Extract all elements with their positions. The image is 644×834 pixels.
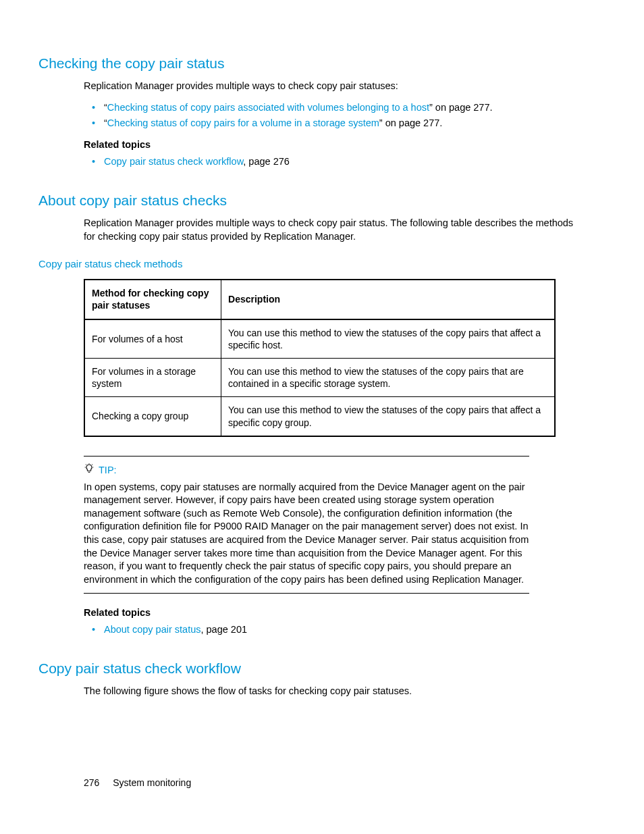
table-caption: Copy pair status check methods [38,258,583,269]
svg-line-4 [86,464,86,465]
tip-rule-bottom [84,593,529,594]
cell-description: You can use this method to view the stat… [221,359,555,397]
tip-rule-top [84,456,529,457]
heading-checking-copy-pair-status: Checking the copy pair status [38,55,583,72]
link-checking-host[interactable]: Checking status of copy pairs associated… [107,102,429,113]
list-item: “Checking status of copy pairs associate… [97,100,583,115]
cell-description: You can use this method to view the stat… [221,397,555,436]
heading-about-checks: About copy pair status checks [38,192,583,209]
intro-text: The following figure shows the flow of t… [84,685,583,698]
link-suffix: , page 276 [243,156,290,167]
table-row: Checking a copy group You can use this m… [84,397,555,436]
list-item: About copy pair status, page 201 [97,622,583,637]
svg-line-5 [92,464,92,465]
related-topics-heading: Related topics [84,139,583,150]
intro-text: Replication Manager provides multiple wa… [84,80,583,93]
related-topics-heading: Related topics [84,607,583,618]
cell-method: For volumes of a host [84,319,221,359]
link-suffix: , page 201 [200,624,247,635]
cell-method: For volumes in a storage system [84,359,221,397]
tip-label: TIP: [99,465,117,475]
list-item: Copy pair status check workflow, page 27… [97,154,583,170]
col-header-method: Method for checking copy pair statuses [84,280,221,319]
tip-text: In open systems, copy pair statuses are … [84,481,529,587]
footer-section: System monitoring [113,777,191,788]
methods-table: Method for checking copy pair statuses D… [84,279,556,437]
bullet-list: “Checking status of copy pairs associate… [84,100,583,131]
page-number: 276 [84,777,99,788]
table-row: For volumes in a storage system You can … [84,359,555,397]
col-header-description: Description [221,280,555,319]
table-header-row: Method for checking copy pair statuses D… [84,280,555,319]
related-topics-list: About copy pair status, page 201 [84,622,583,637]
link-about-status[interactable]: About copy pair status [104,624,200,635]
table-row: For volumes of a host You can use this m… [84,319,555,359]
link-suffix: ” on page 277. [379,118,443,128]
heading-workflow: Copy pair status check workflow [38,660,583,677]
tip-block: TIP: In open systems, copy pair statuses… [84,456,529,594]
page-footer: 276 System monitoring [84,777,191,788]
intro-text: Replication Manager provides multiple wa… [84,217,583,243]
cell-description: You can use this method to view the stat… [221,319,555,359]
related-topics-list: Copy pair status check workflow, page 27… [84,154,583,170]
cell-method: Checking a copy group [84,397,221,436]
link-checking-storage[interactable]: Checking status of copy pairs for a volu… [107,118,379,128]
link-workflow[interactable]: Copy pair status check workflow [104,156,243,167]
lightbulb-icon [84,463,95,477]
link-suffix: ” on page 277. [429,102,493,113]
list-item: “Checking status of copy pairs for a vol… [97,115,583,131]
